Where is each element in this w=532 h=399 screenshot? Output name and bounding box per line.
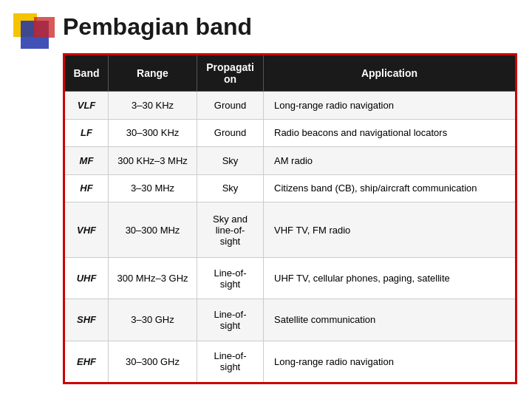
band-table: Band Range Propagation Application VLF3–… [63,53,517,384]
cell-range: 30–300 MHz [109,202,197,258]
cell-band: EHF [64,341,109,383]
table-row: UHF300 MHz–3 GHzLine-of-sightUHF TV, cel… [64,258,516,299]
col-header-application: Application [264,55,516,92]
cell-band: HF [64,174,109,202]
cell-application: AM radio [264,147,516,175]
cell-propagation: Line-of-sight [197,258,264,299]
cell-application: Citizens band (CB), ship/aircraft commun… [264,174,516,202]
table-row: MF300 KHz–3 MHzSkyAM radio [64,147,516,175]
table-row: LF30–300 KHzGroundRadio beacons and navi… [64,119,516,147]
cell-range: 30–300 KHz [109,119,197,147]
table-header-row: Band Range Propagation Application [64,55,516,92]
table-row: VHF30–300 MHzSky andline-of-sightVHF TV,… [64,202,516,258]
cell-application: Long-range radio navigation [264,341,516,383]
cell-band: VLF [64,92,109,120]
cell-range: 300 MHz–3 GHz [109,258,197,299]
cell-band: MF [64,147,109,175]
cell-propagation: Line-of-sight [197,341,264,383]
page-title: Pembagian band [63,13,252,41]
cell-propagation: Sky andline-of-sight [197,202,264,258]
cell-application: Long-range radio navigation [264,92,516,120]
table-row: EHF30–300 GHzLine-of-sightLong-range rad… [64,341,516,383]
cell-range: 300 KHz–3 MHz [109,147,197,175]
cell-propagation: Sky [197,147,264,175]
cell-application: UHF TV, cellular phones, paging, satelli… [264,258,516,299]
cell-band: SHF [64,299,109,341]
decorative-shapes [13,13,58,58]
cell-application: Radio beacons and navigational locators [264,119,516,147]
deco-red [34,17,55,38]
cell-band: UHF [64,258,109,299]
cell-propagation: Sky [197,174,264,202]
col-header-band: Band [64,55,109,92]
table-row: VLF3–30 KHzGroundLong-range radio naviga… [64,92,516,120]
cell-application: Satellite communication [264,299,516,341]
cell-propagation: Ground [197,119,264,147]
cell-range: 30–300 GHz [109,341,197,383]
cell-band: LF [64,119,109,147]
cell-range: 3–30 GHz [109,299,197,341]
cell-application: VHF TV, FM radio [264,202,516,258]
cell-propagation: Line-of-sight [197,299,264,341]
table-row: HF3–30 MHzSkyCitizens band (CB), ship/ai… [64,174,516,202]
col-header-range: Range [109,55,197,92]
cell-band: VHF [64,202,109,258]
cell-range: 3–30 KHz [109,92,197,120]
col-header-propagation: Propagation [197,55,264,92]
cell-propagation: Ground [197,92,264,120]
table-row: SHF3–30 GHzLine-of-sightSatellite commun… [64,299,516,341]
cell-range: 3–30 MHz [109,174,197,202]
band-table-container: Band Range Propagation Application VLF3–… [63,53,517,384]
